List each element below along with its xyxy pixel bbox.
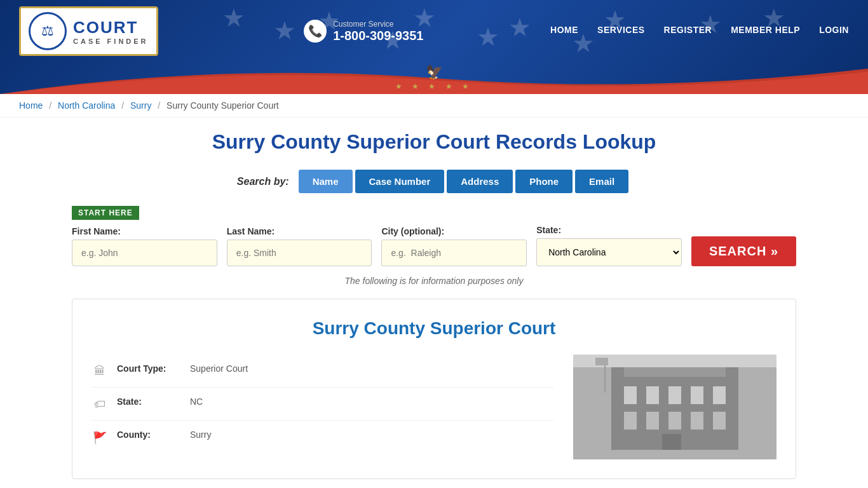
court-building-image (573, 355, 776, 459)
county-row: 🚩 County: Surry (92, 421, 554, 454)
city-label: City (optional): (381, 226, 527, 236)
state-value: NC (190, 396, 203, 407)
tab-address[interactable]: Address (447, 170, 513, 193)
court-type-value: Superior Court (190, 363, 248, 374)
logo-court-text: COURT (73, 18, 149, 37)
svg-rect-6 (646, 386, 659, 404)
phone-area: 📞 Customer Service 1-800-309-9351 (304, 20, 423, 43)
first-name-label: First Name: (72, 226, 217, 236)
court-type-row: 🏛 Court Type: Superior Court (92, 355, 554, 388)
state-label-info: State: (117, 396, 180, 407)
breadcrumb-home[interactable]: Home (19, 100, 43, 111)
search-form: First Name: Last Name: City (optional): … (72, 225, 796, 266)
search-button[interactable]: SEARCH » (691, 236, 796, 266)
breadcrumb-nc[interactable]: North Carolina (58, 100, 115, 111)
court-type-label: Court Type: (117, 363, 180, 374)
court-card-title: Surry County Superior Court (92, 318, 776, 339)
first-name-field: First Name: (72, 226, 217, 266)
svg-rect-12 (668, 412, 681, 430)
nav-home[interactable]: HOME (550, 25, 578, 37)
state-icon: 🏷 (92, 398, 107, 411)
state-field: State: North Carolina Alabama Alaska Ari… (536, 225, 682, 266)
breadcrumb-current: Surry County Superior Court (166, 100, 279, 111)
eagle-emblem: 🦅 ★ ★ ★ ★ ★ (395, 64, 473, 91)
breadcrumb-sep-2: / (121, 100, 124, 111)
phone-label: Customer Service (333, 20, 423, 29)
svg-rect-5 (624, 386, 637, 404)
breadcrumb: Home / North Carolina / Surry / Surry Co… (0, 94, 868, 118)
search-tabs-bar: Search by: Name Case Number Address Phon… (72, 170, 796, 193)
tab-case-number[interactable]: Case Number (355, 170, 445, 193)
breadcrumb-surry[interactable]: Surry (130, 100, 151, 111)
site-logo[interactable]: COURT CASE FINDER (19, 6, 158, 56)
last-name-label: Last Name: (227, 226, 372, 236)
state-select[interactable]: North Carolina Alabama Alaska Arizona Ar… (536, 238, 682, 266)
nav-register[interactable]: REGISTER (664, 25, 712, 37)
svg-rect-14 (713, 412, 726, 430)
main-content: Surry County Superior Court Records Look… (53, 118, 815, 488)
nav-member-help[interactable]: MEMBER HELP (731, 25, 800, 37)
svg-rect-10 (624, 412, 637, 430)
nav-login[interactable]: LOGIN (819, 25, 849, 37)
tab-email[interactable]: Email (575, 170, 628, 193)
county-label: County: (117, 430, 180, 440)
start-here-badge: START HERE (72, 206, 139, 220)
logo-icon (29, 12, 67, 50)
nav-services[interactable]: SERVICES (597, 25, 645, 37)
last-name-field: Last Name: (227, 226, 372, 266)
court-info-body: 🏛 Court Type: Superior Court 🏷 State: NC… (92, 355, 776, 459)
logo-case-finder-text: CASE FINDER (73, 37, 149, 45)
phone-icon: 📞 (304, 20, 327, 43)
state-row: 🏷 State: NC (92, 388, 554, 421)
breadcrumb-sep-1: / (49, 100, 51, 111)
county-value: Surry (190, 430, 211, 440)
info-note: The following is for information purpose… (72, 276, 796, 286)
tab-name[interactable]: Name (299, 170, 353, 193)
tab-phone[interactable]: Phone (515, 170, 573, 193)
city-field: City (optional): (381, 226, 527, 266)
court-card: Surry County Superior Court 🏛 Court Type… (72, 299, 796, 479)
svg-rect-7 (668, 386, 681, 404)
court-type-icon: 🏛 (92, 365, 107, 378)
phone-number: 1-800-309-9351 (333, 29, 423, 43)
svg-rect-11 (646, 412, 659, 430)
svg-rect-18 (595, 358, 608, 365)
main-nav: HOME SERVICES REGISTER MEMBER HELP LOGIN (550, 25, 849, 37)
state-label: State: (536, 225, 682, 235)
search-form-container: START HERE First Name: Last Name: City (… (72, 206, 796, 286)
last-name-input[interactable] (227, 240, 372, 266)
page-title: Surry County Superior Court Records Look… (72, 130, 796, 154)
svg-rect-8 (691, 386, 703, 404)
city-input[interactable] (381, 240, 527, 266)
county-icon: 🚩 (92, 431, 107, 445)
svg-rect-15 (662, 434, 681, 450)
svg-rect-13 (691, 412, 703, 430)
first-name-input[interactable] (72, 240, 217, 266)
court-info-details: 🏛 Court Type: Superior Court 🏷 State: NC… (92, 355, 554, 459)
svg-rect-9 (713, 386, 726, 404)
search-by-label: Search by: (237, 176, 289, 187)
breadcrumb-sep-3: / (158, 100, 160, 111)
